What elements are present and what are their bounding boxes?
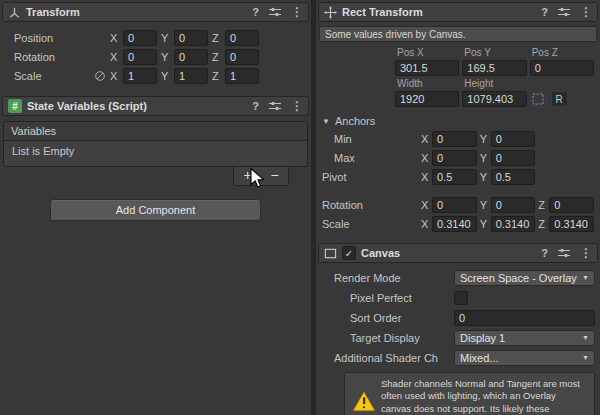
scale-z-field[interactable]: 1 bbox=[225, 68, 259, 84]
presets-icon[interactable] bbox=[269, 7, 281, 17]
rt-rotation-row: Rotation X0 Y0 Z0 bbox=[322, 196, 594, 214]
axis-y-label: Y bbox=[161, 51, 170, 63]
kebab-menu-icon[interactable]: ⋮ bbox=[580, 247, 592, 259]
link-scale-icon[interactable] bbox=[94, 70, 106, 82]
presets-icon[interactable] bbox=[558, 248, 570, 258]
target-display-label: Target Display bbox=[322, 332, 454, 344]
presets-icon[interactable] bbox=[269, 101, 281, 111]
scale-x-field[interactable]: 1 bbox=[123, 68, 157, 84]
shader-channels-warning: Shader channels Normal and Tangent are m… bbox=[344, 372, 595, 415]
canvas-header[interactable]: ✓ Canvas ? ⋮ bbox=[318, 243, 598, 263]
inspector-pane-right: Rect Transform ? ⋮ Some values driven by… bbox=[316, 0, 600, 415]
position-y-field[interactable]: 0 bbox=[174, 30, 208, 46]
pos-y-label: Pos Y bbox=[462, 47, 526, 58]
sort-order-label: Sort Order bbox=[322, 312, 454, 324]
scale-row: Scale X 1 Y 1 Z 1 bbox=[0, 66, 311, 85]
rect-transform-component: Rect Transform ? ⋮ Some values driven by… bbox=[316, 2, 600, 233]
rect-transform-header[interactable]: Rect Transform ? ⋮ bbox=[318, 2, 598, 22]
axis-z-label: Z bbox=[538, 218, 546, 230]
pos-x-label: Pos X bbox=[395, 47, 459, 58]
inspector-pane-left: Transform ? ⋮ Position X 0 Y 0 Z 0 bbox=[0, 0, 311, 415]
axis-x-label: X bbox=[421, 171, 429, 183]
presets-icon[interactable] bbox=[558, 7, 570, 17]
axis-x-label: X bbox=[110, 70, 119, 82]
position-size-grid: Pos X Pos Y Pos Z 301.5 169.5 0 Width He… bbox=[322, 47, 594, 107]
rect-transform-icon bbox=[324, 6, 337, 19]
render-mode-dropdown[interactable]: Screen Space - Overlay ▼ bbox=[454, 270, 595, 286]
rotation-z-field[interactable]: 0 bbox=[225, 49, 259, 65]
remove-item-button[interactable]: − bbox=[261, 167, 288, 185]
anchors-max-row: Max X0 Y0 bbox=[322, 149, 594, 167]
height-field[interactable]: 1079.403 bbox=[462, 91, 526, 107]
anchors-min-y-field[interactable]: 0 bbox=[491, 131, 536, 147]
rotation-x-field[interactable]: 0 bbox=[123, 49, 157, 65]
pixel-perfect-checkbox[interactable] bbox=[454, 291, 468, 305]
anchors-min-x-field[interactable]: 0 bbox=[432, 131, 477, 147]
target-display-dropdown[interactable]: Display 1 ▼ bbox=[454, 330, 595, 346]
pos-y-field[interactable]: 169.5 bbox=[462, 60, 526, 76]
pos-x-field[interactable]: 301.5 bbox=[395, 60, 459, 76]
transform-icon bbox=[8, 6, 21, 19]
anchors-max-y-field[interactable]: 0 bbox=[491, 150, 536, 166]
axis-y-label: Y bbox=[480, 133, 488, 145]
transform-header-icons: ? ⋮ bbox=[252, 6, 303, 18]
position-x-field[interactable]: 0 bbox=[123, 30, 157, 46]
pos-z-field[interactable]: 0 bbox=[530, 60, 594, 76]
render-mode-label: Render Mode bbox=[322, 272, 454, 284]
additional-shader-channels-row: Additional Shader Ch Mixed... ▼ bbox=[322, 349, 595, 366]
axis-z-label: Z bbox=[212, 32, 221, 44]
blueprint-mode-button[interactable] bbox=[530, 91, 547, 107]
sort-order-row: Sort Order 0 bbox=[322, 309, 595, 326]
kebab-menu-icon[interactable]: ⋮ bbox=[580, 6, 592, 18]
position-z-field[interactable]: 0 bbox=[225, 30, 259, 46]
kebab-menu-icon[interactable]: ⋮ bbox=[291, 6, 303, 18]
raw-edit-mode-button[interactable]: R bbox=[551, 91, 568, 107]
rt-rotation-y-field[interactable]: 0 bbox=[491, 197, 536, 213]
axis-x-label: X bbox=[110, 51, 119, 63]
pivot-x-field[interactable]: 0.5 bbox=[432, 169, 477, 185]
pivot-y-field[interactable]: 0.5 bbox=[491, 169, 536, 185]
rt-scale-x-field[interactable]: 0.3140 bbox=[432, 216, 477, 232]
axis-x-label: X bbox=[421, 199, 429, 211]
rotation-label: Rotation bbox=[14, 51, 106, 63]
rt-scale-y-field[interactable]: 0.3140 bbox=[491, 216, 536, 232]
chevron-down-icon: ▼ bbox=[579, 334, 589, 341]
axis-x-label: X bbox=[421, 218, 429, 230]
canvas-enabled-checkbox[interactable]: ✓ bbox=[342, 246, 356, 260]
help-icon[interactable]: ? bbox=[252, 7, 259, 18]
axis-y-label: Y bbox=[480, 171, 488, 183]
pixel-perfect-label: Pixel Perfect bbox=[322, 292, 454, 304]
axis-y-label: Y bbox=[480, 199, 488, 211]
warning-icon bbox=[352, 390, 376, 415]
state-variables-header[interactable]: # State Variables (Script) ? ⋮ bbox=[2, 96, 309, 116]
axis-y-label: Y bbox=[161, 32, 170, 44]
help-icon[interactable]: ? bbox=[541, 7, 548, 18]
rt-scale-z-field[interactable]: 0.3140 bbox=[549, 216, 594, 232]
anchors-foldout[interactable]: ▼ Anchors bbox=[322, 114, 594, 128]
empty-list-message: List is Empty bbox=[12, 145, 74, 157]
transform-title: Transform bbox=[26, 6, 80, 18]
render-mode-row: Render Mode Screen Space - Overlay ▼ bbox=[322, 269, 595, 286]
variables-list-footer: + − bbox=[0, 167, 311, 186]
canvas-component: ✓ Canvas ? ⋮ Render Mode Screen Space - … bbox=[316, 243, 600, 415]
additional-shader-channels-dropdown[interactable]: Mixed... ▼ bbox=[454, 350, 595, 366]
variables-list-header[interactable]: Variables bbox=[4, 122, 307, 141]
list-footer-buttons: + − bbox=[233, 167, 289, 186]
rotation-y-field[interactable]: 0 bbox=[174, 49, 208, 65]
rt-rotation-x-field[interactable]: 0 bbox=[432, 197, 477, 213]
sort-order-field[interactable]: 0 bbox=[454, 310, 595, 326]
anchors-max-x-field[interactable]: 0 bbox=[432, 150, 477, 166]
add-item-button[interactable]: + bbox=[234, 167, 261, 185]
axis-y-label: Y bbox=[161, 70, 170, 82]
transform-header[interactable]: Transform ? ⋮ bbox=[2, 2, 309, 22]
add-component-button[interactable]: Add Component bbox=[50, 199, 261, 221]
rt-rotation-z-field[interactable]: 0 bbox=[549, 197, 594, 213]
width-field[interactable]: 1920 bbox=[395, 91, 459, 107]
pos-z-label: Pos Z bbox=[530, 47, 594, 58]
max-label: Max bbox=[322, 152, 418, 164]
kebab-menu-icon[interactable]: ⋮ bbox=[291, 100, 303, 112]
width-label: Width bbox=[395, 78, 459, 89]
help-icon[interactable]: ? bbox=[541, 248, 548, 259]
scale-y-field[interactable]: 1 bbox=[174, 68, 208, 84]
help-icon[interactable]: ? bbox=[252, 101, 259, 112]
